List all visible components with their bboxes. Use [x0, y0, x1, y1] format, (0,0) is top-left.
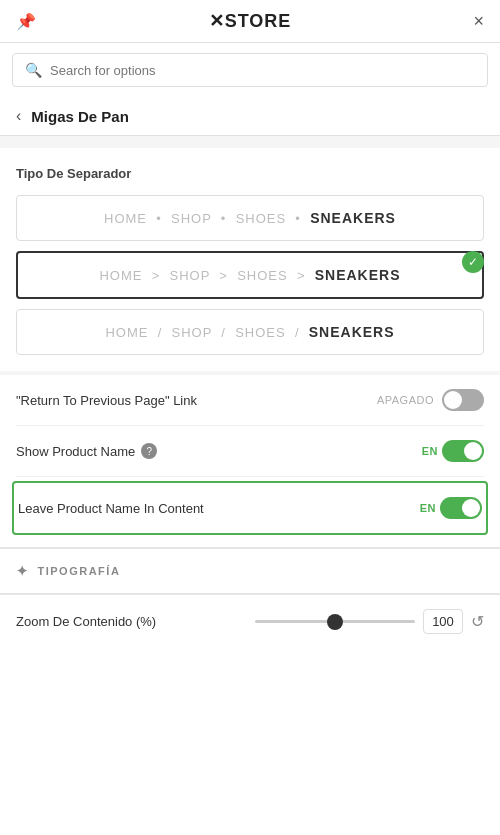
- selected-check-icon: ✓: [462, 251, 484, 273]
- separator-section-title: Tipo De Separador: [16, 166, 484, 181]
- search-icon: 🔍: [25, 62, 42, 78]
- show-product-name-toggle-container: EN: [422, 440, 484, 462]
- leave-product-name-label: Leave Product Name In Content: [18, 501, 204, 516]
- toggle-knob-leave: [462, 499, 480, 517]
- separator-arrows-text: HOME > SHOP > SHOES > SNEAKERS: [99, 267, 400, 283]
- leave-product-name-highlighted: Leave Product Name In Content EN: [12, 481, 488, 535]
- zoom-reset-button[interactable]: ↺: [471, 612, 484, 631]
- toggle-knob-on: [464, 442, 482, 460]
- show-product-name-en-label: EN: [422, 445, 438, 457]
- zoom-section: Zoom De Contenido (%) 100 ↺: [0, 595, 500, 648]
- panel-header: 📌 ✕STORE ×: [0, 0, 500, 43]
- show-product-name-row: Show Product Name ? EN: [16, 426, 484, 477]
- back-button[interactable]: ‹: [16, 107, 21, 125]
- settings-section: "Return To Previous Page" Link APAGADO S…: [0, 375, 500, 535]
- help-icon[interactable]: ?: [141, 443, 157, 459]
- breadcrumb: ‹ Migas De Pan: [0, 97, 500, 136]
- close-button[interactable]: ×: [473, 11, 484, 32]
- leave-product-name-toggle[interactable]: [440, 497, 482, 519]
- show-product-name-toggle[interactable]: [442, 440, 484, 462]
- toggle-knob: [444, 391, 462, 409]
- pin-icon[interactable]: 📌: [16, 12, 36, 31]
- zoom-slider[interactable]: [255, 620, 415, 623]
- separator-options: HOME • SHOP • SHOES • SNEAKERS ✓ HOME > …: [0, 195, 500, 371]
- separator-option-dots[interactable]: HOME • SHOP • SHOES • SNEAKERS: [16, 195, 484, 241]
- breadcrumb-label: Migas De Pan: [31, 108, 129, 125]
- separator-dots-text: HOME • SHOP • SHOES • SNEAKERS: [104, 210, 396, 226]
- search-bar: 🔍: [12, 53, 488, 87]
- zoom-value: 100: [423, 609, 463, 634]
- separator-option-slashes[interactable]: HOME / SHOP / SHOES / SNEAKERS: [16, 309, 484, 355]
- return-link-label: "Return To Previous Page" Link: [16, 393, 197, 408]
- show-product-name-label: Show Product Name ?: [16, 443, 157, 459]
- separator-section: Tipo De Separador: [0, 148, 500, 181]
- zoom-label: Zoom De Contenido (%): [16, 614, 156, 629]
- typography-icon: ✦: [16, 563, 30, 579]
- separator-option-arrows[interactable]: ✓ HOME > SHOP > SHOES > SNEAKERS: [16, 251, 484, 299]
- zoom-controls: 100 ↺: [156, 609, 484, 634]
- search-input[interactable]: [50, 63, 475, 78]
- app-title: ✕STORE: [209, 10, 292, 32]
- leave-product-name-row: Leave Product Name In Content EN: [18, 483, 482, 533]
- return-link-toggle[interactable]: [442, 389, 484, 411]
- separator-slashes-text: HOME / SHOP / SHOES / SNEAKERS: [105, 324, 394, 340]
- return-link-row: "Return To Previous Page" Link APAGADO: [16, 375, 484, 426]
- typography-section: ✦ TIPOGRAFÍA: [0, 548, 500, 594]
- return-link-toggle-container: APAGADO: [377, 389, 484, 411]
- leave-product-name-en-label: EN: [420, 502, 436, 514]
- zoom-slider-container: [255, 620, 415, 623]
- return-link-state-label: APAGADO: [377, 394, 434, 406]
- typography-label: ✦ TIPOGRAFÍA: [16, 563, 484, 579]
- leave-product-name-toggle-container: EN: [420, 497, 482, 519]
